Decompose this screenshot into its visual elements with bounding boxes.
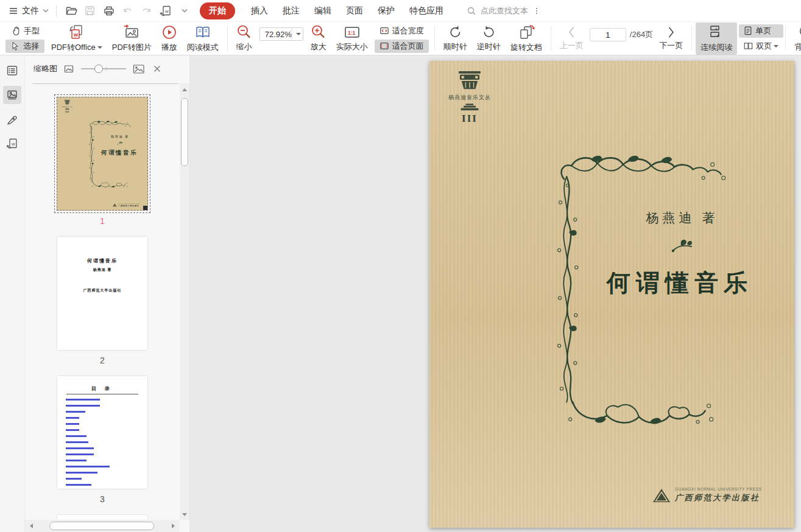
thumbnail-page-3[interactable]: 目 录	[57, 376, 147, 489]
rotate-counterclockwise-button[interactable]: 逆时针	[472, 23, 506, 54]
undo-button[interactable]	[119, 3, 136, 19]
column-capital-icon	[64, 100, 70, 105]
more-vertical-icon[interactable]	[536, 8, 537, 14]
zoom-level-combobox[interactable]: 72.92%	[259, 27, 303, 41]
thumbnail-page-number: 1	[100, 216, 105, 226]
zoom-in-icon	[311, 24, 326, 40]
find-text-button[interactable]: 点此查找文本	[467, 5, 537, 16]
background-button[interactable]: 背景	[789, 23, 801, 54]
print-button[interactable]	[101, 3, 117, 19]
rotate-cw-label: 顺时针	[443, 41, 467, 52]
select-tool-button[interactable]: 选择	[5, 40, 44, 53]
fit-width-button[interactable]: 适合宽度	[375, 24, 429, 38]
scroll-left-arrow[interactable]	[30, 523, 33, 528]
file-menu-label: 文件	[22, 5, 39, 16]
page-number-input[interactable]	[590, 28, 626, 41]
pdf-to-image-button[interactable]: PDF转图片	[107, 22, 157, 55]
outline-list-icon	[6, 65, 18, 77]
doc-export-icon: w	[6, 138, 18, 150]
zoom-in-label: 放大	[311, 41, 326, 52]
thumbnail-horizontal-scrollbar[interactable]	[25, 520, 180, 532]
tab-edit[interactable]: 编辑	[314, 5, 331, 16]
chevron-down-icon	[774, 45, 778, 47]
vertical-scroll-thumb[interactable]	[181, 98, 188, 166]
mini-cover-author: 杨燕迪 著	[102, 134, 138, 138]
close-panel-icon[interactable]	[153, 65, 161, 73]
tab-home[interactable]: 开始	[200, 2, 235, 19]
leaf-ornament-icon	[671, 237, 693, 253]
file-menu[interactable]: 文件	[6, 5, 51, 16]
scroll-right-arrow[interactable]	[172, 523, 175, 528]
next-page-button[interactable]: 下一页	[654, 24, 688, 53]
scroll-up-arrow[interactable]	[182, 88, 187, 91]
background-label: 背景	[794, 41, 801, 52]
title-page-publisher: 广西师范大学出版社	[57, 288, 147, 293]
double-page-button[interactable]: 双页	[739, 40, 783, 53]
thumbnail-panel-button[interactable]	[3, 86, 21, 104]
zoom-in-button[interactable]: 放大	[306, 23, 331, 54]
rotate-clockwise-button[interactable]: 顺时针	[439, 23, 472, 54]
undo-icon	[122, 5, 133, 16]
slider-handle[interactable]	[94, 65, 103, 73]
quick-access-more-button[interactable]	[176, 3, 192, 19]
page-total-label: /264页	[630, 29, 653, 40]
fit-width-icon	[379, 26, 389, 35]
rotate-cw-icon	[448, 24, 463, 40]
svg-text:w: w	[11, 141, 15, 147]
save-button[interactable]	[82, 3, 98, 19]
series-name: 杨燕迪音乐文丛	[445, 94, 494, 102]
tab-special-features[interactable]: 特色应用	[409, 5, 443, 16]
scroll-down-arrow[interactable]	[182, 513, 187, 516]
thumbnail-small-icon[interactable]	[64, 65, 74, 74]
actual-size-button[interactable]: 1:1 实际大小	[331, 23, 373, 54]
zoom-out-button[interactable]: 缩小	[231, 23, 257, 54]
publisher-logo-icon	[652, 488, 671, 503]
tab-comment[interactable]: 批注	[283, 5, 300, 16]
sign-tool-button[interactable]	[3, 110, 21, 128]
previous-page-button[interactable]: 上一页	[555, 24, 588, 53]
pdf-to-office-button[interactable]: w PDF转Office	[46, 22, 107, 55]
select-tool-label: 选择	[23, 41, 39, 52]
thumbnail-page-4-partial[interactable]	[57, 515, 147, 520]
tab-page[interactable]: 页面	[346, 5, 363, 16]
outline-panel-button[interactable]	[3, 61, 21, 80]
redo-button[interactable]	[138, 3, 155, 19]
rotate-document-button[interactable]: 旋转文档	[506, 23, 547, 55]
cursor-icon	[10, 41, 20, 51]
export-to-word-button[interactable]: w	[157, 3, 174, 19]
find-text-placeholder: 点此查找文本	[481, 5, 528, 16]
zoom-level-value: 72.92%	[260, 30, 292, 39]
word-doc-icon: w	[160, 5, 172, 17]
continuous-reading-label: 连续阅读	[700, 42, 732, 53]
chevron-left-icon	[568, 26, 575, 38]
cover-title: 何谓懂音乐	[604, 267, 755, 299]
tab-protect[interactable]: 保护	[378, 5, 395, 16]
thumbnail-page-number: 2	[100, 355, 105, 365]
rotate-document-label: 旋转文档	[510, 42, 542, 53]
selection-handle[interactable]	[143, 206, 147, 210]
fit-page-button[interactable]: 适合页面	[375, 40, 429, 53]
single-page-button[interactable]: 单页	[739, 24, 783, 38]
zoom-level-dropdown-button[interactable]	[292, 28, 303, 40]
hand-tool-button[interactable]: 手型	[5, 24, 44, 38]
toc-link-lines	[57, 399, 147, 486]
single-page-icon	[744, 26, 752, 35]
divider	[691, 26, 692, 51]
thumbnail-page-1[interactable]: 杨燕迪音乐文丛 III 杨燕迪 著 何谓懂音乐 GUANGXI NORMAL U…	[57, 97, 148, 211]
continuous-reading-button[interactable]: 连续阅读	[696, 23, 737, 55]
play-button[interactable]: 播放	[157, 23, 182, 55]
read-mode-button[interactable]: 阅读模式	[182, 23, 224, 55]
tab-insert[interactable]: 插入	[251, 5, 268, 16]
horizontal-scroll-thumb[interactable]	[49, 522, 154, 530]
thumbnail-page-2[interactable]: 何谓懂音乐 杨燕迪 著 广西师范大学出版社	[57, 237, 147, 349]
divider	[785, 26, 786, 51]
open-file-button[interactable]	[63, 3, 79, 19]
single-page-label: 单页	[755, 26, 771, 37]
thumbnail-large-icon[interactable]	[133, 64, 145, 74]
thumbnail-page-number: 3	[100, 494, 105, 504]
chevron-right-icon	[668, 26, 675, 38]
thumbnail-size-slider[interactable]	[81, 65, 126, 73]
mini-series-volume: III	[61, 110, 73, 113]
export-word-panel-button[interactable]: w	[3, 135, 21, 153]
thumbnail-vertical-scrollbar[interactable]	[180, 83, 189, 520]
